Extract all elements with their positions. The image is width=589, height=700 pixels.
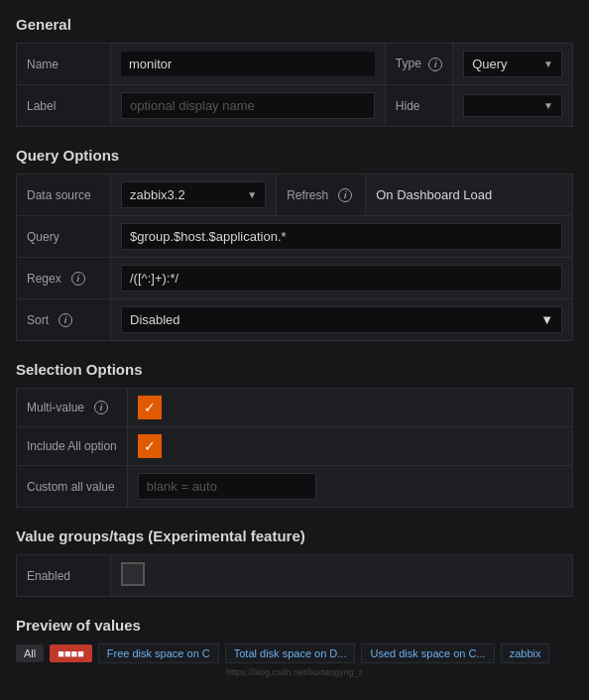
multi-value-check-icon: ✓ bbox=[144, 400, 156, 415]
on-dashboard-load-value: On Dashboard Load bbox=[376, 187, 492, 202]
multi-value-row: Multi-value i ✓ bbox=[17, 389, 573, 427]
regex-info-icon[interactable]: i bbox=[71, 272, 85, 286]
hide-arrow-icon: ▼ bbox=[543, 100, 553, 111]
preview-tag-0[interactable]: Free disk space on C bbox=[98, 643, 219, 663]
datasource-select-cell: zabbix3.2 ▼ bbox=[111, 175, 277, 216]
multi-value-checkbox[interactable]: ✓ bbox=[138, 396, 162, 419]
datasource-label: Data source bbox=[17, 175, 111, 216]
query-options-title: Query Options bbox=[16, 147, 573, 164]
hide-select-cell: ▼ bbox=[453, 85, 573, 127]
include-all-row: Include All option ✓ bbox=[17, 427, 573, 466]
custom-all-label: Custom all value bbox=[17, 466, 128, 508]
enabled-label: Enabled bbox=[17, 555, 111, 597]
sort-value: Disabled bbox=[130, 312, 534, 327]
general-section: General Name Type i Query ▼ Label bbox=[16, 16, 573, 127]
enabled-checkbox-cell bbox=[111, 555, 573, 597]
custom-all-input-cell bbox=[127, 466, 572, 508]
query-label: Query bbox=[17, 216, 111, 258]
multi-value-label-cell: Multi-value i bbox=[17, 389, 128, 427]
name-label: Name bbox=[17, 44, 111, 85]
on-dashboard-load-cell: On Dashboard Load bbox=[366, 175, 573, 216]
query-row: Query bbox=[17, 216, 573, 258]
datasource-arrow-icon: ▼ bbox=[247, 189, 257, 200]
type-label-cell: Type i bbox=[385, 44, 452, 85]
type-arrow-icon: ▼ bbox=[543, 58, 553, 69]
custom-all-row: Custom all value bbox=[17, 466, 573, 508]
regex-input[interactable] bbox=[121, 265, 562, 292]
selection-options-title: Selection Options bbox=[16, 361, 573, 378]
datasource-value: zabbix3.2 bbox=[130, 187, 241, 202]
type-select[interactable]: Query ▼ bbox=[463, 51, 562, 77]
query-input-cell bbox=[111, 216, 573, 258]
regex-input-cell bbox=[111, 258, 573, 299]
include-all-check-icon: ✓ bbox=[144, 438, 156, 454]
include-all-checkbox[interactable]: ✓ bbox=[138, 434, 162, 458]
type-select-cell: Query ▼ bbox=[453, 44, 573, 85]
label-input-cell bbox=[111, 85, 386, 127]
refresh-label-cell: Refresh i bbox=[277, 175, 366, 216]
type-select-value: Query bbox=[472, 57, 537, 71]
multi-value-label: Multi-value bbox=[27, 401, 84, 414]
value-groups-section: Value groups/tags (Experimental feature)… bbox=[16, 527, 573, 597]
selection-options-section: Selection Options Multi-value i ✓ Includ… bbox=[16, 361, 573, 508]
sort-row: Sort i Disabled ▼ bbox=[17, 299, 573, 341]
datasource-select[interactable]: zabbix3.2 ▼ bbox=[121, 181, 266, 208]
preview-section: Preview of values All ■■■■ Free disk spa… bbox=[16, 617, 573, 677]
preview-tag-2[interactable]: Used disk space on C... bbox=[361, 643, 494, 663]
enabled-row: Enabled bbox=[17, 555, 573, 597]
sort-label: Sort bbox=[27, 313, 49, 327]
refresh-label: Refresh bbox=[287, 188, 328, 202]
query-input[interactable] bbox=[121, 223, 562, 250]
preview-all-tag[interactable]: All bbox=[16, 644, 44, 662]
general-title: General bbox=[16, 16, 573, 33]
regex-label: Regex bbox=[27, 272, 61, 286]
type-info-icon[interactable]: i bbox=[428, 58, 442, 71]
sort-select-cell: Disabled ▼ bbox=[111, 299, 573, 341]
preview-red-tag: ■■■■ bbox=[50, 644, 92, 662]
name-row: Name Type i Query ▼ bbox=[17, 44, 573, 85]
name-cell bbox=[111, 44, 386, 85]
include-all-label: Include All option bbox=[17, 427, 128, 466]
hide-label-cell: Hide bbox=[385, 85, 452, 127]
regex-label-cell: Regex i bbox=[17, 258, 111, 299]
preview-tag-3[interactable]: zabbix bbox=[501, 643, 550, 663]
sort-info-icon[interactable]: i bbox=[59, 313, 72, 327]
name-input[interactable] bbox=[121, 52, 375, 76]
regex-row: Regex i bbox=[17, 258, 573, 299]
preview-row: All ■■■■ Free disk space on C Total disk… bbox=[16, 643, 573, 663]
custom-all-input[interactable] bbox=[138, 473, 316, 500]
label-input[interactable] bbox=[121, 92, 375, 119]
label-label: Label bbox=[17, 85, 111, 127]
sort-select[interactable]: Disabled ▼ bbox=[121, 306, 562, 333]
multi-value-info-icon[interactable]: i bbox=[94, 401, 108, 414]
multi-value-checkbox-cell: ✓ bbox=[127, 389, 572, 427]
enabled-checkbox[interactable] bbox=[121, 562, 145, 586]
preview-tag-1[interactable]: Total disk space on D... bbox=[225, 643, 356, 663]
sort-arrow-icon: ▼ bbox=[540, 312, 553, 327]
hide-select[interactable]: ▼ bbox=[463, 94, 562, 117]
query-options-section: Query Options Data source zabbix3.2 ▼ Re… bbox=[16, 147, 573, 341]
datasource-row: Data source zabbix3.2 ▼ Refresh i On Das… bbox=[17, 175, 573, 216]
preview-title: Preview of values bbox=[16, 617, 573, 634]
sort-label-cell: Sort i bbox=[17, 299, 111, 341]
watermark: https://blog.csdn.net/liuxtangyng_z bbox=[16, 667, 573, 677]
include-all-checkbox-cell: ✓ bbox=[127, 427, 572, 466]
refresh-info-icon[interactable]: i bbox=[338, 188, 352, 202]
value-groups-title: Value groups/tags (Experimental feature) bbox=[16, 527, 573, 544]
label-row: Label Hide ▼ bbox=[17, 85, 573, 127]
type-label: Type bbox=[396, 57, 421, 70]
hide-label: Hide bbox=[396, 99, 420, 113]
